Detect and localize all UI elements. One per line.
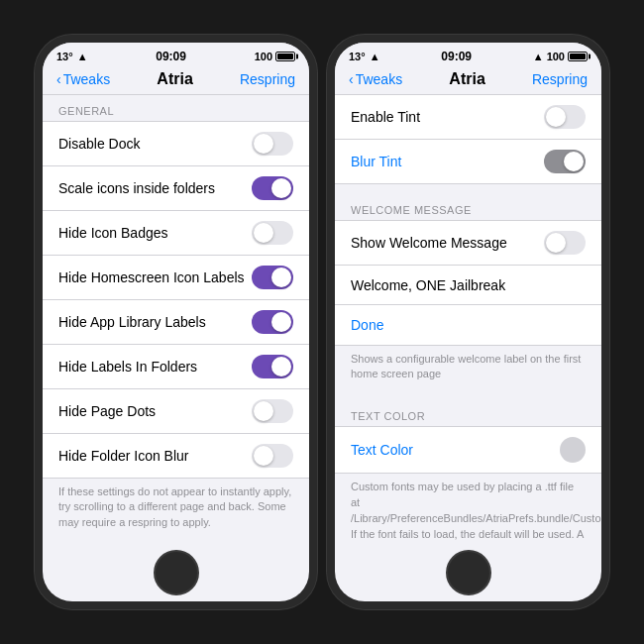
status-left-left: 13° ▲ [56, 51, 88, 62]
back-chevron-right: ‹ [349, 71, 354, 87]
home-button-left[interactable] [154, 550, 199, 595]
phone-left-screen: 13° ▲ 09:09 100 ‹ Tweaks Atria Respring [43, 43, 309, 601]
phone-right-screen: 13° ▲ 09:09 ▲ 100 ‹ Tweaks Atria Resprin… [335, 43, 601, 601]
scroll-left: GENERAL Disable Dock Scale icons inside … [43, 95, 309, 544]
battery-icon-right [568, 52, 588, 61]
toggle-hide-folder-blur[interactable] [252, 444, 293, 468]
nav-title-right: Atria [449, 70, 484, 88]
item-label: Hide Homescreen Icon Labels [58, 269, 245, 285]
list-item-done[interactable]: Done [335, 305, 601, 345]
welcome-note: Shows a configurable welcome label on th… [335, 346, 601, 390]
time-left: 09:09 [156, 50, 186, 63]
list-item[interactable]: Disable Dock [43, 122, 309, 166]
back-button-left[interactable]: ‹ Tweaks [56, 71, 110, 87]
list-item[interactable]: Hide App Library Labels [43, 300, 309, 345]
battery-text-right: 100 [547, 51, 565, 62]
section-header-text-color: TEXT COLOR [335, 400, 601, 426]
text-color-dot [560, 437, 586, 463]
nav-bar-left: ‹ Tweaks Atria Respring [43, 66, 309, 95]
section-header-general: GENERAL [43, 95, 309, 121]
toggle-hide-folder-labels[interactable] [252, 355, 293, 378]
wifi-icon-right: ▲ [370, 51, 380, 62]
battery-text-left: 100 [255, 51, 272, 62]
status-left-right: 13° ▲ [349, 51, 380, 62]
wifi-icon-left: ▲ [77, 51, 88, 62]
toggle-hide-app-library[interactable] [252, 310, 293, 334]
battery-icon-left [275, 52, 295, 61]
back-label-left: Tweaks [63, 71, 110, 87]
item-label: Hide Icon Badges [58, 225, 168, 241]
status-right-right: ▲ 100 [533, 51, 588, 62]
phone-left: 13° ▲ 09:09 100 ‹ Tweaks Atria Respring [35, 35, 317, 609]
general-note: If these settings do not appear to insta… [43, 479, 309, 538]
phones-container: 13° ▲ 09:09 100 ‹ Tweaks Atria Respring [35, 35, 609, 609]
blur-tint-label: Blur Tint [351, 154, 401, 169]
status-right-left: 100 [255, 51, 295, 62]
font-note: Custom fonts may be used by placing a .t… [335, 474, 601, 544]
toggle-hide-page-dots[interactable] [252, 399, 293, 423]
item-label: Hide Page Dots [58, 403, 156, 419]
respring-button-left[interactable]: Respring [240, 71, 295, 87]
toggle-hide-homescreen-labels[interactable] [252, 266, 293, 289]
enable-tint-label: Enable Tint [351, 109, 420, 125]
text-color-label: Text Color [351, 442, 413, 458]
nav-bar-right: ‹ Tweaks Atria Respring [335, 66, 601, 95]
toggle-hide-badges[interactable] [252, 221, 293, 245]
text-color-list: Text Color [335, 426, 601, 474]
item-label: Scale icons inside folders [58, 180, 215, 196]
list-item[interactable]: Hide Homescreen Icon Labels [43, 256, 309, 300]
tint-list: Enable Tint Blur Tint [335, 95, 601, 184]
scroll-right: Enable Tint Blur Tint WELCOME MESSAGE Sh… [335, 95, 601, 544]
toggle-enable-tint[interactable] [544, 105, 586, 129]
nav-title-left: Atria [157, 70, 192, 88]
welcome-list: Show Welcome Message Welcome, ONE Jailbr… [335, 220, 601, 346]
done-label[interactable]: Done [351, 317, 383, 333]
list-item[interactable]: Scale icons inside folders [43, 166, 309, 211]
welcome-text-value: Welcome, ONE Jailbreak [351, 277, 505, 293]
toggle-disable-dock[interactable] [252, 132, 293, 156]
location-icon: ▲ [533, 51, 544, 62]
list-item-blur-tint[interactable]: Blur Tint [335, 140, 601, 183]
section-header-welcome: WELCOME MESSAGE [335, 194, 601, 220]
signal-left: 13° [56, 51, 73, 62]
home-button-right[interactable] [446, 550, 491, 595]
general-list: Disable Dock Scale icons inside folders … [43, 121, 309, 479]
item-label: Hide Labels In Folders [58, 359, 197, 375]
show-welcome-label: Show Welcome Message [351, 235, 507, 251]
status-bar-left: 13° ▲ 09:09 100 [43, 43, 309, 66]
item-label: Hide Folder Icon Blur [58, 448, 189, 464]
list-item[interactable]: Hide Page Dots [43, 389, 309, 434]
toggle-show-welcome[interactable] [544, 231, 586, 255]
list-item-show-welcome[interactable]: Show Welcome Message [335, 221, 601, 266]
back-chevron-left: ‹ [56, 71, 61, 87]
item-label: Hide App Library Labels [58, 314, 206, 330]
toggle-scale-icons[interactable] [252, 176, 293, 200]
back-button-right[interactable]: ‹ Tweaks [349, 71, 402, 87]
toggle-blur-tint[interactable] [544, 150, 586, 173]
time-right: 09:09 [441, 50, 472, 63]
status-bar-right: 13° ▲ 09:09 ▲ 100 [335, 43, 601, 66]
item-label: Disable Dock [58, 136, 140, 152]
back-label-right: Tweaks [356, 71, 402, 87]
list-item[interactable]: Hide Labels In Folders [43, 345, 309, 389]
respring-button-right[interactable]: Respring [532, 71, 588, 87]
list-item[interactable]: Hide Folder Icon Blur [43, 434, 309, 478]
list-item-enable-tint[interactable]: Enable Tint [335, 95, 601, 140]
list-item-text-color[interactable]: Text Color [335, 427, 601, 473]
list-item[interactable]: Hide Icon Badges [43, 211, 309, 256]
list-item-welcome-text[interactable]: Welcome, ONE Jailbreak [335, 266, 601, 305]
signal-right: 13° [349, 51, 366, 62]
phone-right: 13° ▲ 09:09 ▲ 100 ‹ Tweaks Atria Resprin… [327, 35, 609, 609]
